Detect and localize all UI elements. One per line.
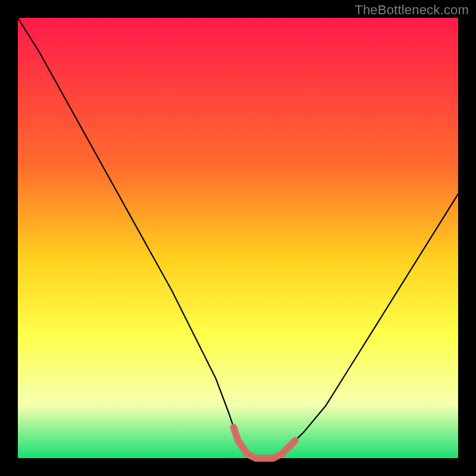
plot-background (18, 18, 458, 458)
watermark-text: TheBottleneck.com (355, 2, 469, 18)
bottleneck-chart (0, 0, 476, 476)
chart-stage: TheBottleneck.com (0, 0, 476, 476)
